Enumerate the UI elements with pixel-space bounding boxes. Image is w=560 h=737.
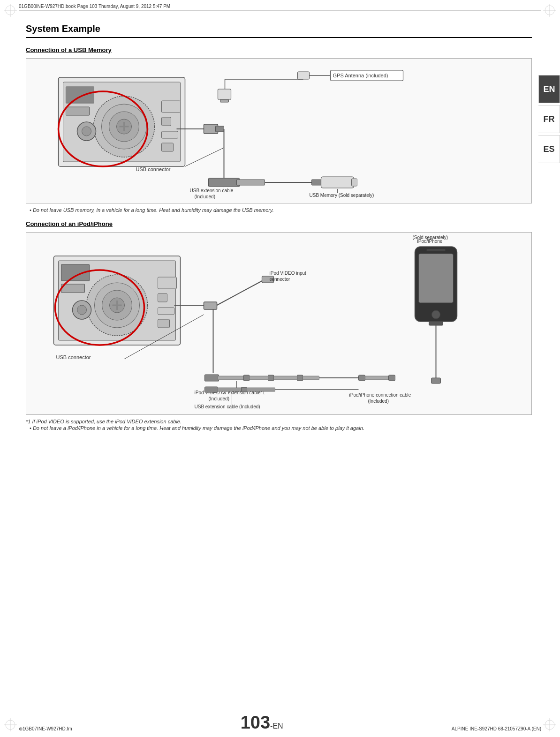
svg-rect-86 [250, 376, 268, 380]
svg-rect-44 [209, 178, 240, 187]
svg-rect-31 [216, 126, 224, 132]
svg-rect-42 [220, 99, 229, 102]
svg-rect-22 [162, 131, 178, 138]
svg-rect-25 [66, 107, 90, 115]
svg-rect-111 [427, 249, 446, 251]
page-header: 01GB00INE-W927HD.book Page 103 Thursday,… [19, 4, 541, 11]
svg-text:USB connector: USB connector [56, 354, 91, 360]
svg-rect-103 [365, 376, 389, 380]
svg-text:USB connector: USB connector [136, 166, 171, 172]
svg-text:connector: connector [270, 277, 291, 282]
svg-rect-89 [297, 375, 303, 381]
svg-rect-63 [158, 277, 177, 289]
svg-rect-24 [66, 87, 94, 103]
svg-rect-83 [205, 375, 219, 381]
svg-rect-21 [162, 117, 171, 126]
corner-br [543, 718, 556, 733]
corner-bl [4, 718, 17, 733]
svg-text:(Sold separately): (Sold separately) [413, 235, 448, 240]
usb-memory-note: Do not leave USB memory, in a vehicle fo… [30, 207, 532, 213]
lang-tab-es[interactable]: ES [538, 135, 560, 163]
svg-rect-20 [162, 101, 181, 113]
subsection1-title: Connection of a USB Memory [26, 46, 532, 53]
subsection2-title: Connection of an iPod/iPhone [26, 220, 532, 227]
svg-rect-109 [419, 254, 454, 303]
svg-rect-96 [218, 388, 242, 391]
svg-rect-104 [389, 375, 395, 381]
footnote1: *1 If iPod VIDEO is supported, use the i… [26, 419, 532, 424]
svg-text:USB Memory (Sold separately): USB Memory (Sold separately) [310, 193, 374, 198]
main-content: System Example Connection of a USB Memor… [26, 23, 532, 709]
svg-text:iPod VIDEO input: iPod VIDEO input [270, 271, 307, 276]
svg-text:(Included): (Included) [195, 194, 215, 199]
svg-text:GPS Antenna (included): GPS Antenna (included) [333, 73, 388, 78]
ipod-iphone-diagram: USB connector iPod VIDEO input connector [26, 232, 532, 415]
svg-point-110 [432, 310, 440, 319]
section-title: System Example [26, 23, 532, 38]
svg-text:(Included): (Included) [368, 399, 389, 404]
lang-tab-fr[interactable]: FR [538, 105, 560, 133]
svg-line-33 [185, 148, 224, 166]
corner-tl [4, 4, 17, 19]
svg-point-70 [77, 305, 87, 315]
svg-rect-95 [205, 387, 218, 392]
page-number: 103-EN [241, 713, 283, 732]
svg-rect-88 [274, 376, 297, 380]
svg-rect-97 [242, 387, 247, 392]
svg-rect-98 [247, 388, 275, 391]
page-number-block: 103-EN [241, 714, 283, 731]
footer-right: ALPINE INE-S927HD 68-21057Z90-A (EN) [452, 726, 541, 731]
svg-rect-49 [352, 179, 357, 186]
svg-rect-45 [237, 180, 265, 185]
svg-rect-66 [158, 319, 170, 328]
svg-rect-38 [298, 72, 310, 79]
svg-text:iPod/iPhone connection cable: iPod/iPhone connection cable [349, 392, 411, 398]
lang-sidebar: EN FR ES [538, 75, 560, 163]
svg-rect-87 [268, 375, 274, 381]
lang-tab-en[interactable]: EN [538, 75, 560, 103]
svg-rect-112 [429, 322, 443, 325]
svg-text:USB extension cable (Included): USB extension cable (Included) [195, 404, 260, 409]
svg-rect-84 [218, 376, 244, 380]
footer-left: ⊕1GB07INE-W927HD.fm [19, 726, 72, 731]
svg-line-77 [217, 279, 265, 305]
svg-rect-90 [303, 376, 319, 380]
svg-rect-114 [431, 378, 441, 384]
corner-tr [543, 4, 556, 19]
svg-rect-48 [321, 177, 354, 188]
svg-point-27 [82, 127, 91, 136]
page-footer: ⊕1GB07INE-W927HD.fm 103-EN ALPINE INE-S9… [19, 714, 541, 731]
svg-rect-85 [244, 375, 250, 381]
usb-memory-diagram: USB connector GPS Antenna (included) [26, 58, 532, 203]
svg-text:USB extension cable: USB extension cable [190, 188, 234, 193]
svg-rect-65 [158, 308, 174, 315]
header-left: 01GB00INE-W927HD.book Page 103 Thursday,… [19, 4, 170, 9]
svg-rect-64 [158, 293, 167, 302]
svg-rect-73 [204, 302, 217, 309]
ipod-note: Do not leave a iPod/iPhone in a vehicle … [30, 425, 532, 431]
svg-rect-41 [218, 89, 231, 99]
svg-rect-102 [359, 375, 365, 381]
svg-rect-23 [162, 143, 174, 151]
svg-text:(Included): (Included) [209, 396, 229, 401]
svg-rect-47 [312, 180, 321, 185]
